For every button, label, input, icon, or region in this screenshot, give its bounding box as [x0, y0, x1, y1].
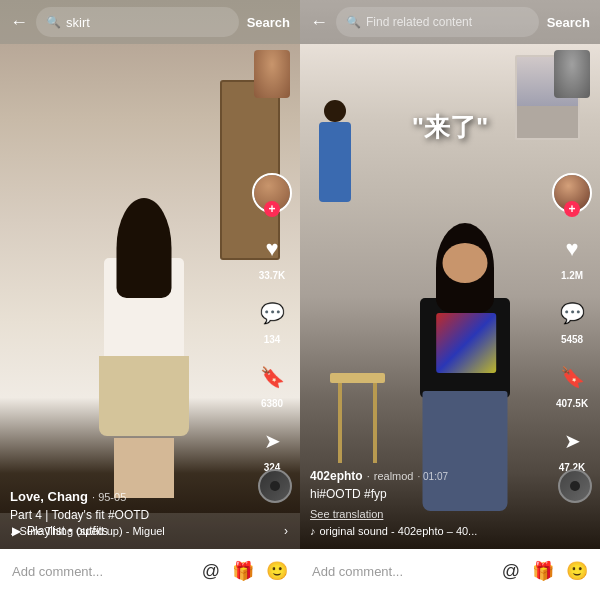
quote-text: "来了": [412, 112, 489, 142]
left-avatar-thumbnail[interactable]: [254, 50, 290, 98]
left-playlist-icon: ▶: [12, 524, 21, 538]
left-back-button[interactable]: ←: [10, 12, 28, 33]
right-gift-icon[interactable]: 🎁: [532, 560, 554, 582]
right-timer: · 01:07: [418, 471, 449, 482]
left-comment-bar: Add comment... @ 🎁 🙂: [0, 549, 300, 593]
left-heart-icon: ♥: [254, 231, 290, 267]
left-music-disc: [258, 469, 292, 503]
right-search-bar: ← 🔍 Find related content Search: [300, 0, 600, 44]
right-comment-bar: Add comment... @ 🎁 🙂: [300, 549, 600, 593]
right-panel: "来了" ← 🔍 Find related content Search + ♥…: [300, 0, 600, 593]
right-comment-placeholder[interactable]: Add comment...: [312, 564, 492, 579]
right-bookmark-action[interactable]: 🔖 407.5K: [554, 359, 590, 409]
left-actions: + ♥ 33.7K 💬 134 🔖 6380 ➤ 324: [252, 173, 292, 473]
right-like-action[interactable]: ♥ 1.2M: [554, 231, 590, 281]
right-search-button[interactable]: Search: [547, 15, 590, 30]
right-see-translation[interactable]: See translation: [310, 508, 383, 520]
right-follow-badge[interactable]: +: [564, 201, 580, 217]
left-search-input-wrap[interactable]: 🔍 skirt: [36, 7, 239, 37]
right-description: hi#OOTD #fyp: [310, 487, 545, 501]
left-comment-count: 134: [264, 334, 281, 345]
right-search-input-wrap[interactable]: 🔍 Find related content: [336, 7, 539, 37]
left-search-button[interactable]: Search: [247, 15, 290, 30]
chair: [330, 373, 385, 463]
left-comment-icon: 💬: [254, 295, 290, 331]
left-share-action[interactable]: ➤ 324: [254, 423, 290, 473]
right-music-disc: [558, 469, 592, 503]
left-playlist-bar[interactable]: ▶ Playlist • outfits ›: [0, 513, 300, 549]
right-search-query: Find related content: [366, 15, 529, 29]
left-comment-placeholder[interactable]: Add comment...: [12, 564, 192, 579]
right-music-note-icon: ♪: [310, 525, 316, 537]
right-actions: + ♥ 1.2M 💬 5458 🔖 407.5K ➤ 47.2K: [552, 173, 592, 473]
right-avatar-thumbnail[interactable]: [554, 50, 590, 98]
left-bookmark-icon: 🔖: [254, 359, 290, 395]
chair-leg-right: [373, 383, 377, 463]
left-at-icon[interactable]: @: [202, 561, 220, 582]
right-comment-icon: 💬: [554, 295, 590, 331]
left-comment-icons: @ 🎁 🙂: [202, 560, 288, 582]
right-video-info: 402ephto · realmod · 01:07 hi#OOTD #fyp …: [310, 469, 545, 537]
left-disc-center: [270, 481, 280, 491]
right-disc-center: [570, 481, 580, 491]
right-share-icon: ➤: [554, 423, 590, 459]
right-back-button[interactable]: ←: [310, 12, 328, 33]
bg-person-head: [324, 100, 346, 122]
right-bookmark-icon: 🔖: [554, 359, 590, 395]
right-author-separator: ·: [367, 470, 370, 482]
right-music-text: original sound - 402ephto – 40...: [320, 525, 478, 537]
left-search-bar: ← 🔍 skirt Search: [0, 0, 300, 44]
chair-leg-left: [338, 383, 342, 463]
left-author-name: Love, Chang: [10, 489, 88, 504]
right-comment-count: 5458: [561, 334, 583, 345]
left-follow-badge[interactable]: +: [264, 201, 280, 217]
right-music-line: ♪ original sound - 402ephto – 40...: [310, 525, 545, 537]
left-emoji-icon[interactable]: 🙂: [266, 560, 288, 582]
left-search-icon: 🔍: [46, 15, 61, 29]
right-bookmark-count: 407.5K: [556, 398, 588, 409]
right-creator-avatar[interactable]: +: [552, 173, 592, 213]
left-bookmark-count: 6380: [261, 398, 283, 409]
right-author-suffix: realmod: [374, 470, 414, 482]
right-emoji-icon[interactable]: 🙂: [566, 560, 588, 582]
right-see-translation-wrap[interactable]: See translation: [310, 504, 545, 522]
right-author-name: 402ephto: [310, 469, 363, 483]
left-author-detail: · 95-05: [92, 491, 126, 503]
left-gift-icon[interactable]: 🎁: [232, 560, 254, 582]
left-playlist-chevron-icon: ›: [284, 524, 288, 538]
left-comment-action[interactable]: 💬 134: [254, 295, 290, 345]
left-author-line: Love, Chang · 95-05: [10, 489, 245, 504]
left-avatar-img: [254, 50, 290, 98]
right-like-count: 1.2M: [561, 270, 583, 281]
left-like-action[interactable]: ♥ 33.7K: [254, 231, 290, 281]
left-like-count: 33.7K: [259, 270, 286, 281]
bg-person-body: [319, 122, 351, 202]
left-person-figure: [84, 198, 204, 498]
right-heart-icon: ♥: [554, 231, 590, 267]
left-bookmark-action[interactable]: 🔖 6380: [254, 359, 290, 409]
right-search-icon: 🔍: [346, 15, 361, 29]
right-at-icon[interactable]: @: [502, 561, 520, 582]
background-person: [315, 100, 355, 220]
quote-overlay: "来了": [350, 110, 550, 145]
right-avatar-img: [554, 50, 590, 98]
left-panel: ← 🔍 skirt Search + ♥ 33.7K 💬 134 🔖 6380: [0, 0, 300, 593]
right-comment-icons: @ 🎁 🙂: [502, 560, 588, 582]
left-share-icon: ➤: [254, 423, 290, 459]
left-creator-avatar[interactable]: +: [252, 173, 292, 213]
left-search-query: skirt: [66, 15, 229, 30]
right-comment-action[interactable]: 💬 5458: [554, 295, 590, 345]
right-share-action[interactable]: ➤ 47.2K: [554, 423, 590, 473]
chair-seat: [330, 373, 385, 383]
left-playlist-text: Playlist • outfits: [27, 524, 284, 538]
right-author-line: 402ephto · realmod · 01:07: [310, 469, 545, 483]
